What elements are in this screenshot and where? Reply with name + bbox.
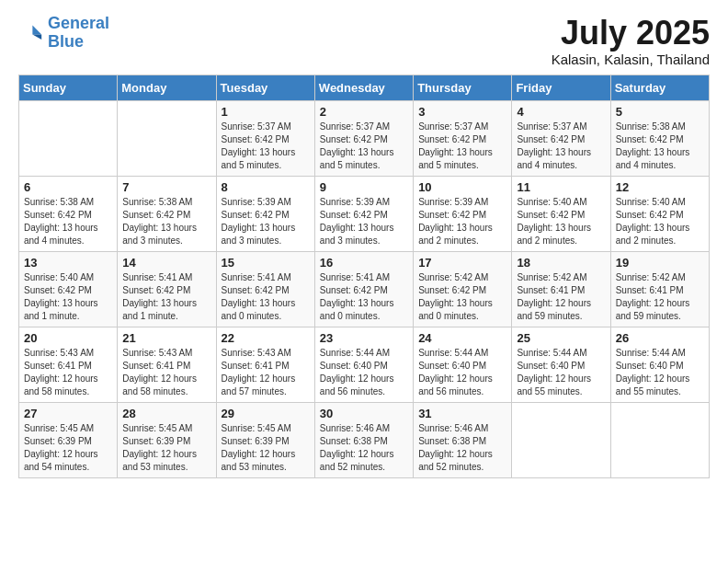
svg-marker-1 (32, 34, 41, 40)
calendar-cell (512, 402, 610, 477)
cell-info: Sunrise: 5:45 AM Sunset: 6:39 PM Dayligh… (222, 422, 310, 474)
calendar-cell: 13Sunrise: 5:40 AM Sunset: 6:42 PM Dayli… (19, 251, 118, 327)
svg-marker-0 (32, 25, 41, 34)
page-container: General Blue July 2025 Kalasin, Kalasin,… (0, 0, 728, 488)
calendar-cell: 15Sunrise: 5:41 AM Sunset: 6:42 PM Dayli… (216, 251, 314, 327)
dow-header: Wednesday (314, 75, 413, 100)
cell-info: Sunrise: 5:46 AM Sunset: 6:38 PM Dayligh… (418, 422, 506, 474)
day-number: 7 (122, 180, 210, 194)
calendar-week-row: 13Sunrise: 5:40 AM Sunset: 6:42 PM Dayli… (19, 251, 710, 327)
day-number: 10 (418, 180, 506, 194)
day-number: 5 (616, 105, 704, 119)
cell-info: Sunrise: 5:37 AM Sunset: 6:42 PM Dayligh… (517, 121, 605, 172)
calendar-cell: 22Sunrise: 5:43 AM Sunset: 6:41 PM Dayli… (216, 327, 314, 402)
cell-info: Sunrise: 5:39 AM Sunset: 6:42 PM Dayligh… (418, 196, 506, 247)
cell-info: Sunrise: 5:37 AM Sunset: 6:42 PM Dayligh… (320, 121, 408, 172)
calendar-cell: 16Sunrise: 5:41 AM Sunset: 6:42 PM Dayli… (314, 251, 413, 327)
cell-info: Sunrise: 5:41 AM Sunset: 6:42 PM Dayligh… (222, 271, 310, 323)
dow-header: Thursday (414, 75, 512, 100)
cell-info: Sunrise: 5:43 AM Sunset: 6:41 PM Dayligh… (222, 347, 310, 398)
day-number: 27 (24, 407, 112, 420)
calendar-cell: 29Sunrise: 5:45 AM Sunset: 6:39 PM Dayli… (216, 402, 314, 477)
calendar-cell: 25Sunrise: 5:44 AM Sunset: 6:40 PM Dayli… (512, 327, 610, 402)
cell-info: Sunrise: 5:39 AM Sunset: 6:42 PM Dayligh… (222, 196, 310, 247)
calendar-cell: 14Sunrise: 5:41 AM Sunset: 6:42 PM Dayli… (118, 251, 216, 327)
cell-info: Sunrise: 5:40 AM Sunset: 6:42 PM Dayligh… (517, 196, 605, 247)
calendar-cell: 12Sunrise: 5:40 AM Sunset: 6:42 PM Dayli… (610, 176, 709, 251)
dow-header: Friday (512, 75, 610, 100)
day-number: 29 (222, 407, 310, 420)
cell-info: Sunrise: 5:44 AM Sunset: 6:40 PM Dayligh… (418, 347, 506, 398)
calendar-cell: 19Sunrise: 5:42 AM Sunset: 6:41 PM Dayli… (610, 251, 709, 327)
day-number: 9 (320, 180, 408, 194)
dow-header: Tuesday (216, 75, 314, 100)
calendar-cell: 5Sunrise: 5:38 AM Sunset: 6:42 PM Daylig… (610, 100, 709, 176)
cell-info: Sunrise: 5:43 AM Sunset: 6:41 PM Dayligh… (24, 347, 112, 398)
cell-info: Sunrise: 5:37 AM Sunset: 6:42 PM Dayligh… (222, 121, 310, 172)
calendar-cell (610, 402, 709, 477)
cell-info: Sunrise: 5:38 AM Sunset: 6:42 PM Dayligh… (616, 121, 704, 172)
calendar-cell: 1Sunrise: 5:37 AM Sunset: 6:42 PM Daylig… (216, 100, 314, 176)
calendar-cell: 23Sunrise: 5:44 AM Sunset: 6:40 PM Dayli… (314, 327, 413, 402)
cell-info: Sunrise: 5:46 AM Sunset: 6:38 PM Dayligh… (320, 422, 408, 474)
calendar-cell: 10Sunrise: 5:39 AM Sunset: 6:42 PM Dayli… (414, 176, 512, 251)
calendar-cell: 6Sunrise: 5:38 AM Sunset: 6:42 PM Daylig… (19, 176, 118, 251)
day-of-week-row: SundayMondayTuesdayWednesdayThursdayFrid… (19, 75, 710, 100)
day-number: 17 (418, 256, 506, 270)
day-number: 26 (616, 331, 704, 345)
calendar-cell: 27Sunrise: 5:45 AM Sunset: 6:39 PM Dayli… (19, 402, 118, 477)
calendar-cell: 28Sunrise: 5:45 AM Sunset: 6:39 PM Dayli… (118, 402, 216, 477)
day-number: 11 (517, 180, 605, 194)
day-number: 8 (222, 180, 310, 194)
cell-info: Sunrise: 5:42 AM Sunset: 6:41 PM Dayligh… (616, 271, 704, 323)
cell-info: Sunrise: 5:44 AM Sunset: 6:40 PM Dayligh… (616, 347, 704, 398)
logo-text: General Blue (48, 15, 109, 52)
cell-info: Sunrise: 5:41 AM Sunset: 6:42 PM Dayligh… (320, 271, 408, 323)
day-number: 25 (517, 331, 605, 345)
calendar-cell: 18Sunrise: 5:42 AM Sunset: 6:41 PM Dayli… (512, 251, 610, 327)
cell-info: Sunrise: 5:37 AM Sunset: 6:42 PM Dayligh… (418, 121, 506, 172)
day-number: 18 (517, 256, 605, 270)
day-number: 4 (517, 105, 605, 119)
calendar-cell: 24Sunrise: 5:44 AM Sunset: 6:40 PM Dayli… (414, 327, 512, 402)
cell-info: Sunrise: 5:45 AM Sunset: 6:39 PM Dayligh… (24, 422, 112, 474)
day-number: 14 (122, 256, 210, 270)
header: General Blue July 2025 Kalasin, Kalasin,… (18, 15, 710, 67)
day-number: 15 (222, 256, 310, 270)
calendar-cell: 30Sunrise: 5:46 AM Sunset: 6:38 PM Dayli… (314, 402, 413, 477)
logo-icon (18, 20, 44, 46)
day-number: 12 (616, 180, 704, 194)
logo-blue: Blue (48, 32, 84, 51)
day-number: 19 (616, 256, 704, 270)
calendar-cell: 17Sunrise: 5:42 AM Sunset: 6:42 PM Dayli… (414, 251, 512, 327)
calendar-cell: 9Sunrise: 5:39 AM Sunset: 6:42 PM Daylig… (314, 176, 413, 251)
cell-info: Sunrise: 5:42 AM Sunset: 6:42 PM Dayligh… (418, 271, 506, 323)
calendar-cell: 3Sunrise: 5:37 AM Sunset: 6:42 PM Daylig… (414, 100, 512, 176)
calendar-cell: 2Sunrise: 5:37 AM Sunset: 6:42 PM Daylig… (314, 100, 413, 176)
cell-info: Sunrise: 5:45 AM Sunset: 6:39 PM Dayligh… (122, 422, 210, 474)
day-number: 1 (222, 105, 310, 119)
calendar-week-row: 6Sunrise: 5:38 AM Sunset: 6:42 PM Daylig… (19, 176, 710, 251)
dow-header: Saturday (610, 75, 709, 100)
day-number: 2 (320, 105, 408, 119)
day-number: 23 (320, 331, 408, 345)
cell-info: Sunrise: 5:42 AM Sunset: 6:41 PM Dayligh… (517, 271, 605, 323)
cell-info: Sunrise: 5:39 AM Sunset: 6:42 PM Dayligh… (320, 196, 408, 247)
cell-info: Sunrise: 5:38 AM Sunset: 6:42 PM Dayligh… (24, 196, 112, 247)
calendar-week-row: 1Sunrise: 5:37 AM Sunset: 6:42 PM Daylig… (19, 100, 710, 176)
cell-info: Sunrise: 5:41 AM Sunset: 6:42 PM Dayligh… (122, 271, 210, 323)
location-title: Kalasin, Kalasin, Thailand (552, 52, 710, 67)
month-title: July 2025 (552, 15, 710, 52)
cell-info: Sunrise: 5:40 AM Sunset: 6:42 PM Dayligh… (616, 196, 704, 247)
logo: General Blue (18, 15, 109, 52)
day-number: 16 (320, 256, 408, 270)
calendar-cell: 20Sunrise: 5:43 AM Sunset: 6:41 PM Dayli… (19, 327, 118, 402)
title-block: July 2025 Kalasin, Kalasin, Thailand (552, 15, 710, 67)
cell-info: Sunrise: 5:44 AM Sunset: 6:40 PM Dayligh… (517, 347, 605, 398)
dow-header: Sunday (19, 75, 118, 100)
day-number: 28 (122, 407, 210, 420)
day-number: 6 (24, 180, 112, 194)
calendar-cell: 4Sunrise: 5:37 AM Sunset: 6:42 PM Daylig… (512, 100, 610, 176)
calendar-table: SundayMondayTuesdayWednesdayThursdayFrid… (18, 75, 710, 478)
cell-info: Sunrise: 5:43 AM Sunset: 6:41 PM Dayligh… (122, 347, 210, 398)
